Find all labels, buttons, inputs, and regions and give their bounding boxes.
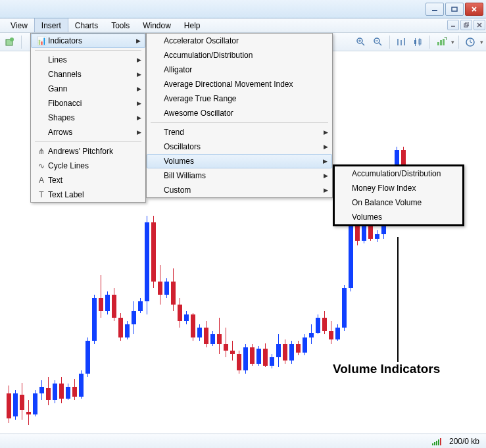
menu-item-accumulation-distribution[interactable]: Accumulation/Distribution [147, 48, 332, 62]
svg-rect-123 [303, 337, 307, 353]
cycle-icon: ∿ [35, 161, 48, 170]
indicators-icon: 📊 [35, 36, 48, 45]
menu-item-vol-accdist[interactable]: Accumulation/Distribution [335, 166, 462, 181]
svg-rect-127 [316, 318, 320, 333]
svg-rect-87 [184, 314, 189, 321]
menu-tools[interactable]: Tools [105, 18, 136, 32]
svg-rect-93 [204, 328, 208, 344]
svg-rect-77 [151, 222, 156, 282]
menu-window[interactable]: Window [136, 18, 178, 32]
maximize-button[interactable] [445, 3, 464, 16]
status-kb: 200/0 kb [449, 437, 479, 446]
svg-rect-121 [296, 344, 301, 353]
menu-item-custom[interactable]: Custom▶ [147, 183, 332, 197]
menu-item-indicators[interactable]: 📊Indicators▶ [31, 34, 145, 48]
menu-item-channels[interactable]: Channels▶ [31, 67, 145, 82]
candle-chart-button[interactable] [411, 35, 425, 49]
svg-rect-135 [342, 288, 347, 328]
menu-item-adx[interactable]: Average Directional Movement Index [147, 77, 332, 91]
minimize-button[interactable] [425, 3, 444, 16]
svg-rect-133 [335, 328, 340, 339]
menu-item-atr[interactable]: Average True Range [147, 91, 332, 106]
menu-item-obv[interactable]: On Balance Volume [335, 195, 462, 210]
annotation-connector [397, 237, 399, 362]
svg-rect-61 [99, 298, 103, 311]
svg-rect-71 [132, 311, 136, 324]
svg-rect-129 [322, 318, 327, 331]
svg-rect-119 [289, 344, 294, 361]
svg-rect-111 [263, 349, 268, 366]
svg-rect-115 [276, 344, 281, 357]
menu-item-volumes-ind[interactable]: Volumes [335, 210, 462, 224]
menu-item-fibonacci[interactable]: Fibonacci▶ [31, 96, 145, 111]
mdi-minimize-button[interactable] [447, 20, 459, 30]
menu-item-mfi[interactable]: Money Flow Index [335, 181, 462, 195]
indicators-button[interactable]: + [434, 35, 449, 49]
svg-rect-39 [26, 412, 31, 414]
menu-item-cycle-lines[interactable]: ∿Cycle Lines [31, 159, 145, 173]
svg-line-12 [362, 43, 364, 45]
svg-text:+: + [444, 37, 447, 43]
svg-rect-69 [125, 324, 130, 337]
mdi-close-button[interactable] [474, 20, 485, 30]
volumes-dropdown: Accumulation/Distribution Money Flow Ind… [333, 164, 464, 226]
pitchfork-icon: ⋔ [35, 147, 48, 156]
menu-item-text[interactable]: AText [31, 173, 145, 187]
svg-rect-25 [437, 42, 439, 45]
svg-rect-37 [20, 395, 24, 410]
annotation-label: Volume Indicators [333, 362, 440, 376]
mdi-restore-button[interactable] [460, 20, 472, 30]
bar-chart-button[interactable] [394, 35, 408, 49]
svg-rect-51 [66, 387, 70, 399]
periodicity-button[interactable] [463, 35, 477, 49]
svg-rect-145 [375, 234, 379, 239]
text-label-icon: T [35, 190, 48, 199]
menu-item-oscillators[interactable]: Oscillators▶ [147, 139, 332, 154]
svg-rect-1 [452, 7, 457, 11]
svg-rect-95 [210, 334, 215, 344]
menu-item-alligator[interactable]: Alligator [147, 62, 332, 77]
zoom-in-button[interactable] [354, 35, 368, 49]
statusbar: 200/0 kb [0, 434, 486, 448]
svg-rect-67 [118, 318, 123, 337]
menu-item-volumes[interactable]: Volumes▶ [147, 154, 332, 168]
svg-point-10 [10, 37, 14, 41]
menu-item-trend[interactable]: Trend▶ [147, 125, 332, 139]
menu-item-lines[interactable]: Lines▶ [31, 53, 145, 67]
indicators-dropdown: Accelerator Oscillator Accumulation/Dist… [146, 33, 333, 198]
menu-item-andrews-pitchfork[interactable]: ⋔Andrews' Pitchfork [31, 144, 145, 159]
close-button[interactable] [465, 3, 483, 16]
menu-item-shapes[interactable]: Shapes▶ [31, 111, 145, 125]
svg-rect-97 [217, 334, 222, 344]
menu-item-text-label[interactable]: TText Label [31, 187, 145, 202]
menu-item-gann[interactable]: Gann▶ [31, 82, 145, 96]
menu-insert[interactable]: Insert [34, 18, 68, 32]
menu-item-arrows[interactable]: Arrows▶ [31, 125, 145, 139]
svg-rect-117 [283, 344, 287, 361]
menu-item-bill-williams[interactable]: Bill Williams▶ [147, 168, 332, 183]
connection-icon [432, 437, 441, 445]
svg-rect-105 [243, 347, 248, 370]
svg-rect-45 [46, 388, 51, 400]
svg-rect-26 [440, 40, 442, 45]
svg-rect-91 [197, 328, 202, 337]
insert-dropdown: 📊Indicators▶ Lines▶ Channels▶ Gann▶ Fibo… [30, 33, 146, 203]
svg-rect-33 [7, 393, 11, 418]
svg-rect-63 [105, 295, 110, 311]
menu-view[interactable]: View [4, 18, 34, 32]
menu-item-accelerator[interactable]: Accelerator Oscillator [147, 34, 332, 48]
svg-rect-35 [13, 393, 18, 416]
menu-item-awesome[interactable]: Awesome Oscillator [147, 106, 332, 120]
new-chart-button[interactable] [3, 35, 17, 49]
zoom-out-button[interactable] [371, 35, 385, 49]
svg-rect-101 [230, 351, 235, 354]
menu-charts[interactable]: Charts [68, 18, 105, 32]
svg-rect-47 [53, 384, 57, 400]
svg-rect-75 [145, 222, 149, 301]
svg-rect-85 [178, 305, 182, 321]
svg-rect-73 [138, 301, 143, 311]
menu-help[interactable]: Help [178, 18, 207, 32]
svg-rect-107 [250, 347, 255, 364]
svg-rect-103 [237, 354, 241, 370]
svg-rect-43 [39, 387, 44, 393]
